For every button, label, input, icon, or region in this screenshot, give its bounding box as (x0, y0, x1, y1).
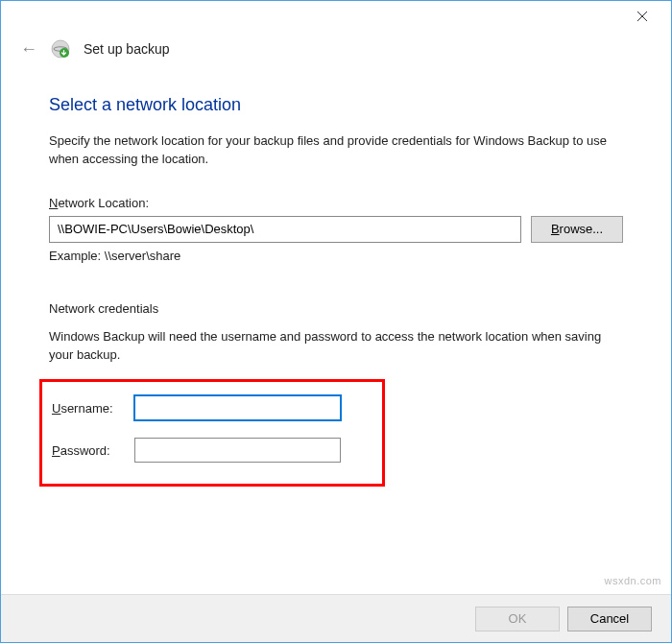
header-title: Set up backup (84, 41, 170, 57)
back-arrow-icon[interactable]: ← (20, 40, 37, 58)
username-label: Username: (52, 401, 134, 416)
header: ← Set up backup (1, 32, 671, 78)
password-label: Password: (52, 443, 134, 458)
password-row: Password: (52, 438, 363, 463)
network-location-input[interactable] (49, 216, 521, 243)
username-input[interactable] (134, 395, 341, 420)
dialog-window: ← Set up backup Select a network locatio… (0, 0, 672, 643)
network-location-row: Browse... (49, 216, 623, 243)
browse-button[interactable]: Browse... (531, 216, 623, 243)
username-row: Username: (52, 395, 363, 420)
page-description: Specify the network location for your ba… (49, 132, 623, 169)
watermark-text: wsxdn.com (604, 575, 661, 586)
example-text: Example: \\server\share (49, 249, 623, 263)
credentials-description: Windows Backup will need the username an… (49, 328, 623, 365)
footer: OK Cancel (1, 594, 671, 642)
ok-button: OK (475, 607, 560, 631)
network-location-label: Network Location: (49, 196, 623, 210)
close-button[interactable] (621, 3, 663, 30)
page-heading: Select a network location (49, 95, 623, 115)
cancel-button[interactable]: Cancel (567, 607, 652, 631)
content-area: Select a network location Specify the ne… (1, 95, 671, 487)
password-input[interactable] (134, 438, 341, 463)
titlebar (1, 1, 671, 32)
credentials-highlight-box: Username: Password: (39, 379, 385, 487)
backup-wizard-icon (51, 39, 70, 59)
close-icon (637, 12, 647, 21)
credentials-section-label: Network credentials (49, 301, 623, 316)
